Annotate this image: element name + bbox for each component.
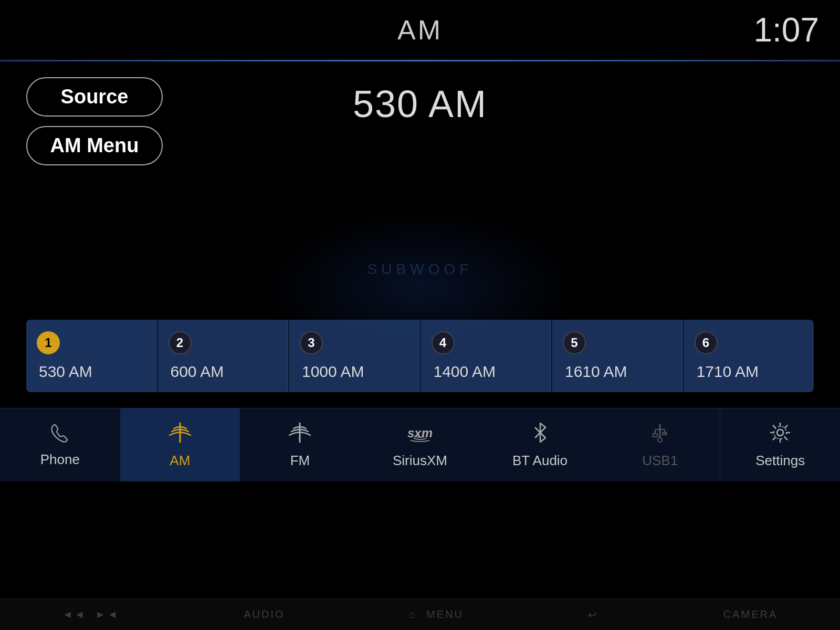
preset-5-number: 5 [563,331,586,354]
svg-point-10 [777,429,783,436]
skip-back-button[interactable]: ◄◄ ►◄ [62,608,119,621]
preset-1[interactable]: 1 530 AM [26,320,156,392]
sxm-icon: sxm [406,422,434,447]
svg-rect-7 [653,434,657,437]
main-content: Source AM Menu 530 AM SUBWOOF 1 530 AM 2… [0,61,840,513]
preset-3[interactable]: 3 1000 AM [289,320,419,392]
back-button[interactable]: ↩ [588,608,598,621]
fm-label: FM [290,453,310,469]
preset-3-number: 3 [300,331,323,354]
preset-1-number: 1 [37,331,60,354]
top-bar: AM 1:07 [0,0,840,60]
menu-button[interactable]: ⌂ MENU [410,608,464,621]
svg-point-9 [658,438,662,442]
nav-phone[interactable]: Phone [0,408,120,481]
nav-am[interactable]: AM [120,408,240,481]
preset-2-number: 2 [169,331,192,354]
preset-5[interactable]: 5 1610 AM [552,320,682,392]
nav-usb1[interactable]: USB1 [600,408,720,481]
watermark: SUBWOOF [368,261,473,278]
preset-6-freq: 1710 AM [697,363,759,381]
phone-icon [49,422,70,446]
am-menu-button[interactable]: AM Menu [26,126,163,165]
audio-button[interactable]: AUDIO [244,608,285,621]
bottom-nav: Phone AM [0,408,840,481]
phone-label: Phone [40,452,80,468]
source-button[interactable]: Source [26,77,163,117]
usb-label: USB1 [642,453,678,469]
preset-6-number: 6 [695,331,718,354]
preset-4[interactable]: 4 1400 AM [421,320,551,392]
preset-6[interactable]: 6 1710 AM [684,320,814,392]
fm-icon [288,421,311,447]
preset-2[interactable]: 2 600 AM [158,320,288,392]
preset-2-freq: 600 AM [171,363,224,381]
svg-text:sxm: sxm [407,426,433,440]
control-buttons: Source AM Menu [26,77,163,165]
presets-container: 1 530 AM 2 600 AM 3 1000 AM 4 1400 AM 5 … [0,320,840,392]
nav-btaudio[interactable]: BT Audio [480,408,600,481]
clock: 1:07 [753,10,819,49]
nav-settings[interactable]: Settings [720,408,840,481]
physical-buttons-bar: ◄◄ ►◄ AUDIO ⌂ MENU ↩ CAMERA [0,598,840,630]
sxm-label: SiriusXM [393,453,447,469]
preset-4-number: 4 [432,331,455,354]
am-icon [169,421,192,447]
usb-icon [650,421,670,447]
settings-icon [769,421,792,447]
preset-1-freq: 530 AM [39,363,92,381]
settings-label: Settings [755,453,805,469]
bt-icon [531,421,550,447]
nav-fm[interactable]: FM [240,408,360,481]
nav-siriusxm[interactable]: sxm SiriusXM [360,408,480,481]
preset-3-freq: 1000 AM [302,363,364,381]
bt-label: BT Audio [512,453,568,469]
camera-button[interactable]: CAMERA [723,608,778,621]
preset-4-freq: 1400 AM [434,363,496,381]
am-label: AM [170,453,190,469]
mode-label: AM [397,14,443,46]
presets-row: 1 530 AM 2 600 AM 3 1000 AM 4 1400 AM 5 … [26,320,814,392]
preset-5-freq: 1610 AM [565,363,627,381]
